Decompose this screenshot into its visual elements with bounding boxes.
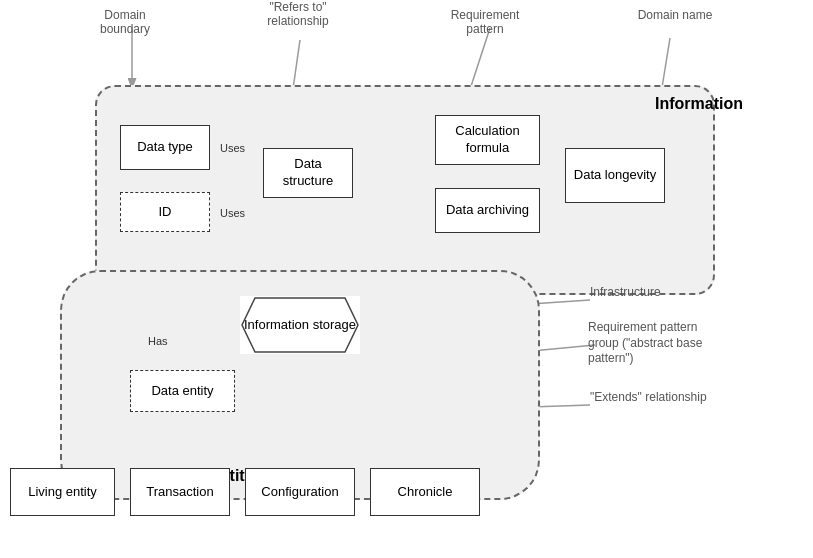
annotation-domain-boundary: Domain boundary bbox=[85, 8, 165, 36]
annotation-domain-name: Domain name bbox=[635, 8, 715, 22]
uses-label-1: Uses bbox=[220, 142, 245, 154]
diagram-container: Information Data Entity Domain boundary … bbox=[0, 0, 813, 558]
uses-label-2: Uses bbox=[220, 207, 245, 219]
box-transaction: Transaction bbox=[130, 468, 230, 516]
box-information-storage: Information storage bbox=[240, 296, 360, 354]
annotation-refers-to: "Refers to" relationship bbox=[248, 0, 348, 28]
box-chronicle: Chronicle bbox=[370, 468, 480, 516]
has-label: Has bbox=[148, 335, 168, 347]
annotation-infrastructure: Infrastructure bbox=[590, 285, 700, 299]
box-data-archiving: Data archiving bbox=[435, 188, 540, 233]
box-living-entity: Living entity bbox=[10, 468, 115, 516]
annotation-req-pattern: Requirement pattern bbox=[440, 8, 530, 36]
box-data-longevity: Data longevity bbox=[565, 148, 665, 203]
box-calculation-formula: Calculation formula bbox=[435, 115, 540, 165]
box-data-entity: Data entity bbox=[130, 370, 235, 412]
box-configuration: Configuration bbox=[245, 468, 355, 516]
box-data-structure: Data structure bbox=[263, 148, 353, 198]
annotation-extends: "Extends" relationship bbox=[590, 390, 710, 404]
box-data-type: Data type bbox=[120, 125, 210, 170]
annotation-req-pattern-group: Requirement pattern group ("abstract bas… bbox=[588, 320, 718, 367]
box-id: ID bbox=[120, 192, 210, 232]
domain-label-information: Information bbox=[655, 95, 743, 113]
